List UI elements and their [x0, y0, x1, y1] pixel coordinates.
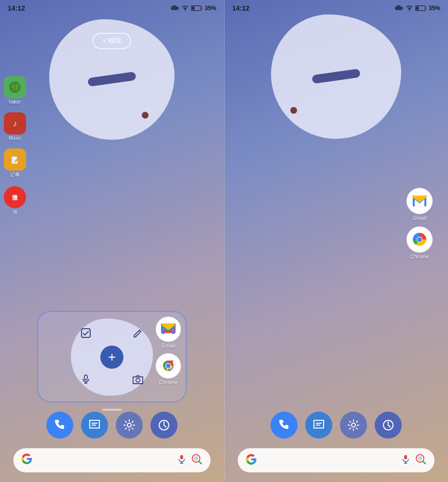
- svg-line-33: [199, 461, 202, 464]
- gmail-icon: [156, 317, 181, 342]
- dock-settings-right[interactable]: [340, 412, 367, 439]
- camera-bottom-icon: [133, 375, 143, 386]
- search-bar-left[interactable]: [14, 448, 211, 472]
- blob-top-right: [271, 14, 401, 139]
- blob-dot-top-right: [290, 107, 297, 114]
- chrome-icon: [156, 353, 181, 378]
- dock-right: [271, 412, 402, 439]
- right-apps: Gmail Chrome: [407, 188, 433, 259]
- dock-clock-left[interactable]: [150, 412, 177, 439]
- status-icons-left: 35%: [171, 5, 216, 12]
- battery-text-left: 35%: [204, 5, 216, 12]
- plus-button[interactable]: +: [100, 346, 123, 369]
- svg-text:📝: 📝: [11, 156, 20, 164]
- svg-point-44: [352, 423, 355, 427]
- time-right: 14:12: [232, 4, 250, 12]
- svg-rect-28: [180, 455, 183, 459]
- widget-apps: Gmail: [156, 317, 181, 385]
- svg-rect-13: [84, 375, 87, 380]
- mic-bottom-icon: [81, 375, 91, 386]
- chrome-label: Chrome: [159, 379, 178, 385]
- svg-text:♪: ♪: [13, 120, 17, 128]
- battery-text-right: 35%: [429, 5, 440, 12]
- battery-icon-left: [191, 5, 203, 11]
- blob-minus-top-left: [87, 71, 136, 87]
- notes-label: 记事: [10, 172, 20, 178]
- dock-settings-left[interactable]: [116, 412, 143, 439]
- gmail-widget-app[interactable]: Gmail: [156, 317, 181, 348]
- status-bar-left: 14:12 35%: [0, 0, 224, 14]
- svg-point-16: [136, 378, 140, 382]
- svg-line-51: [423, 461, 425, 464]
- dock-messages-left[interactable]: [81, 412, 108, 439]
- gmail-right-label: Gmail: [413, 215, 427, 221]
- cloud-icon-left: [171, 5, 179, 11]
- cloud-icon-right: [395, 5, 404, 11]
- search-bar-right[interactable]: [238, 448, 434, 472]
- google-g-logo-right: [245, 454, 257, 467]
- chrome-widget-app[interactable]: Chrome: [156, 353, 181, 385]
- gmail-right-app[interactable]: Gmail: [407, 188, 433, 221]
- music-icon: ♪: [4, 112, 26, 134]
- gmail-label: Gmail: [162, 343, 176, 348]
- svg-point-0: [185, 11, 186, 12]
- search-lens-left[interactable]: [191, 454, 203, 468]
- blob-medium: +: [71, 319, 153, 396]
- pencil-icon: [133, 328, 143, 340]
- weibo-icon: 微: [4, 186, 26, 208]
- chrome-right-app[interactable]: Chrome: [407, 227, 433, 259]
- wifi-icon-left: [181, 5, 189, 11]
- svg-rect-3: [192, 7, 195, 10]
- right-panel: 14:12 35%: [224, 0, 448, 482]
- gmail-right-icon: [407, 188, 433, 214]
- search-mic-right[interactable]: [401, 455, 410, 466]
- svg-rect-36: [425, 7, 426, 9]
- notes-icon: 📝: [4, 148, 26, 171]
- dock-left: [46, 412, 177, 439]
- shaker-label: haker: [9, 99, 21, 105]
- app-music[interactable]: ♪ Music: [4, 112, 26, 141]
- svg-rect-2: [201, 7, 202, 9]
- left-panel: 14:12 35% × 移除: [0, 0, 224, 482]
- battery-icon-right: [415, 5, 427, 11]
- dock-phone-left[interactable]: [46, 412, 73, 439]
- status-icons-right: 35%: [395, 5, 440, 12]
- svg-point-22: [166, 363, 171, 368]
- handle-bar-left: [102, 409, 122, 411]
- svg-text:🌿: 🌿: [11, 83, 20, 92]
- dock-phone-right[interactable]: [271, 412, 298, 439]
- svg-point-32: [194, 456, 199, 461]
- google-g-logo-left: [21, 453, 33, 468]
- status-bar-right: 14:12 35%: [225, 0, 448, 14]
- time-left: 14:12: [8, 4, 25, 12]
- search-mic-left[interactable]: [177, 455, 187, 467]
- dock-messages-right[interactable]: [305, 412, 332, 439]
- blob-minus-top-right: [312, 68, 361, 84]
- music-label: Music: [9, 135, 21, 141]
- app-weibo[interactable]: 微 博: [4, 186, 26, 216]
- dock-clock-right[interactable]: [375, 412, 402, 439]
- svg-text:微: 微: [12, 194, 18, 201]
- svg-point-26: [127, 423, 131, 427]
- chrome-right-icon: [407, 227, 433, 253]
- wifi-icon-right: [406, 5, 413, 11]
- checkbox-icon: [81, 328, 91, 341]
- app-notes[interactable]: 📝 记事: [4, 148, 26, 178]
- svg-rect-46: [404, 455, 407, 459]
- widget-card[interactable]: +: [37, 311, 187, 402]
- search-lens-right[interactable]: [415, 454, 427, 467]
- svg-point-50: [418, 456, 422, 461]
- svg-rect-37: [416, 7, 419, 10]
- svg-rect-12: [81, 329, 90, 337]
- widget-actions-grid: +: [73, 323, 150, 391]
- remove-button[interactable]: × 移除: [93, 33, 131, 49]
- svg-point-41: [417, 237, 422, 242]
- app-shaker[interactable]: 🌿 haker: [4, 76, 26, 105]
- svg-point-34: [409, 11, 410, 12]
- weibo-label: 博: [13, 209, 17, 216]
- shaker-icon: 🌿: [4, 76, 26, 98]
- left-app-strip: 🌿 haker ♪ Music 📝 记事 微 博: [0, 72, 30, 220]
- blob-dot-top-left: [142, 112, 149, 119]
- chrome-right-label: Chrome: [410, 254, 429, 259]
